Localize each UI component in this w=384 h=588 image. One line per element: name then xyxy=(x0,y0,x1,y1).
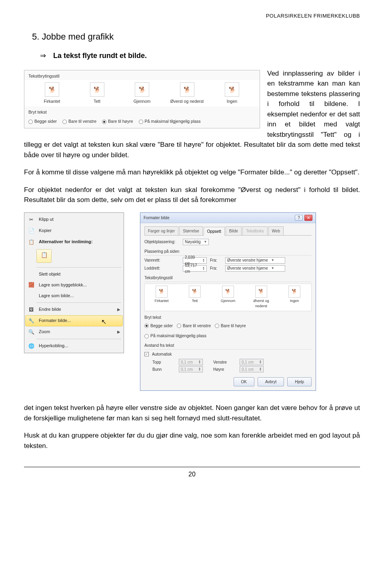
clipboard-icon: 📋 xyxy=(41,252,48,258)
ok-button[interactable]: OK xyxy=(234,377,254,386)
object-placement-row: Objektplassering: Nøyaktig▼ xyxy=(144,239,312,245)
wrap-style-item[interactable]: 🐕 Gjennom xyxy=(124,82,160,105)
horizontal-row: Vannrett: 2,039 cm▲▼ Fra: Øverste venstr… xyxy=(144,257,312,264)
help-button[interactable]: Hjelp xyxy=(287,377,312,386)
paragraph-4: det ingen tekst hverken på høyre eller v… xyxy=(24,403,360,423)
help-button[interactable]: ? xyxy=(295,215,303,221)
wrench-icon: 🔧 xyxy=(28,317,35,324)
dist-top: 0,1 cm▲▼ xyxy=(179,359,203,365)
scissors-icon: ✂ xyxy=(28,216,35,223)
menu-copy[interactable]: 📄Kopier xyxy=(25,225,123,236)
vertical-input[interactable]: 13,717 cm▲▼ xyxy=(183,265,207,272)
arrow-icon: ⇒ xyxy=(40,50,46,61)
wrap-style-item[interactable]: 🐕 Øverst og nederst xyxy=(169,82,205,105)
wrap-style-item[interactable]: 🐕 Tett xyxy=(79,82,115,105)
menu-zoom[interactable]: 🔍Zoom▶ xyxy=(25,326,123,338)
page-number: 20 xyxy=(24,467,360,479)
text-wrap-panel: Tekstbrytingsstil 🐕 Firkantet 🐕 Tett 🐕 G… xyxy=(24,70,260,129)
object-placement-combo[interactable]: Nøyaktig▼ xyxy=(183,239,209,245)
dist-left: 0,1 cm▲▼ xyxy=(240,359,264,365)
from-combo-v[interactable]: Øverste venstre hjørne▼ xyxy=(225,265,285,272)
magnifier-icon: 🔍 xyxy=(28,328,35,336)
dist-right: 0,1 cm▲▼ xyxy=(240,366,264,372)
close-button[interactable]: ✕ xyxy=(304,215,312,221)
tab-textbox: Tekstboks xyxy=(242,226,267,235)
tab-layout[interactable]: Oppsett xyxy=(204,227,225,236)
dlg-radio-both[interactable]: Begge sider xyxy=(144,323,173,329)
sub-heading: La tekst flyte rundt et bilde. xyxy=(53,50,147,61)
paragraph-5: Husk at du kan gruppere objekter før du … xyxy=(24,430,360,451)
dialog-title: Formater bilde xyxy=(144,215,169,221)
wrap-icon-square: 🐕 xyxy=(45,82,59,97)
menu-hyperlink[interactable]: 🌐Hyperkobling... xyxy=(25,340,123,352)
wrap-icon-tight: 🐕 xyxy=(90,82,104,97)
section-heading: Jobbe med grafikk xyxy=(42,32,114,42)
cursor-icon: ↖ xyxy=(101,317,106,327)
break-text-group: Bryt tekst xyxy=(144,314,312,321)
from-combo-h[interactable]: Øverste venstre hjørne▼ xyxy=(225,257,285,264)
wrap-icon-through: 🐕 xyxy=(135,82,149,97)
dlg-wrap-none[interactable]: 🐕Ingen xyxy=(282,286,307,309)
dlg-wrap-square[interactable]: 🐕Firkantet xyxy=(149,286,174,309)
figure-row: ✂Klipp ut 📄Kopier 📋Alternativer for innl… xyxy=(24,212,360,391)
section-title: 5. Jobbe med grafikk xyxy=(32,30,360,43)
menu-separator xyxy=(36,267,121,268)
menu-paste-options: 📋Alternativer for innliming: xyxy=(25,236,123,248)
paste-option-area: 📋 xyxy=(25,248,123,266)
horizontal-label: Vannrett: xyxy=(144,257,180,263)
auto-label: Automatisk xyxy=(152,351,172,357)
auto-row: ✓ Automatisk xyxy=(144,351,312,357)
dlg-radio-left[interactable]: Bare til venstre xyxy=(177,323,211,329)
dlg-radio-right[interactable]: Bare til høyre xyxy=(215,323,246,329)
wrap-label: Tett xyxy=(94,98,100,105)
chevron-right-icon: ▶ xyxy=(117,306,120,312)
from-label2: Fra: xyxy=(210,265,222,271)
dist-row-1: Topp 0,1 cm▲▼ Venstre 0,1 cm▲▼ xyxy=(144,359,312,365)
paragraph-2: For å komme til disse valgene må man høy… xyxy=(24,167,360,178)
wrap-style-item[interactable]: 🐕 Ingen xyxy=(214,82,250,105)
menu-save-as-image[interactable]: Lagre som bilde... xyxy=(25,290,123,301)
chevron-down-icon: ▼ xyxy=(204,240,207,244)
cancel-button[interactable]: Avbryt xyxy=(258,377,284,386)
paragraph-3: For objektet nedenfor er det valgt at te… xyxy=(24,185,360,205)
radio-both-sides[interactable]: Begge sider xyxy=(28,118,57,125)
radio-right-only[interactable]: Bare til høyre xyxy=(102,118,133,125)
dlg-break-options: Begge sider Bare til venstre Bare til hø… xyxy=(144,323,312,340)
paste-option-button[interactable]: 📋 xyxy=(36,249,52,263)
tab-colors[interactable]: Farger og linjer xyxy=(144,226,178,235)
dlg-wrap-tight[interactable]: 🐕Tett xyxy=(182,286,208,309)
menu-format-image[interactable]: 🔧Formater bilde... ↖ xyxy=(25,315,123,326)
menu-delete-object[interactable]: Slett objekt xyxy=(25,269,123,280)
wrap-panel-title: Tekstbrytingsstil xyxy=(24,70,260,80)
dlg-wrap-through[interactable]: 🐕Gjennom xyxy=(215,286,241,309)
radio-left-only[interactable]: Bare til venstre xyxy=(62,118,96,125)
object-placement-label: Objektplassering: xyxy=(144,239,180,245)
tab-image[interactable]: Bilde xyxy=(226,226,242,235)
tab-web[interactable]: Web xyxy=(268,226,284,235)
context-menu: ✂Klipp ut 📄Kopier 📋Alternativer for innl… xyxy=(24,212,124,353)
wrap-style-item[interactable]: 🐕 Firkantet xyxy=(34,82,70,105)
dialog-buttons: OK Avbryt Hjelp xyxy=(144,373,312,386)
menu-separator xyxy=(36,339,121,339)
wrap-label: Gjennom xyxy=(134,98,151,105)
dialog-body: Farger og linjer Størrelse Oppsett Bilde… xyxy=(140,223,316,391)
chevron-down-icon: ▼ xyxy=(271,258,274,263)
dist-row-2: Bunn 0,1 cm▲▼ Høyre 0,1 cm▲▼ xyxy=(144,366,312,372)
dlg-wrap-topbottom[interactable]: 🐕Øverst og nederst xyxy=(248,286,274,309)
wrap-style-row: 🐕 Firkantet 🐕 Tett 🐕 Gjennom 🐕 Øverst og… xyxy=(24,80,260,106)
block-icon: 🧱 xyxy=(28,281,35,288)
paste-icon: 📋 xyxy=(28,238,35,246)
auto-checkbox[interactable]: ✓ xyxy=(144,352,149,356)
image-icon: 🖼 xyxy=(28,306,35,313)
format-image-dialog: Formater bilde ? ✕ Farger og linjer Stør… xyxy=(140,212,316,391)
paragraph-with-inset: Tekstbrytingsstil 🐕 Firkantet 🐕 Tett 🐕 G… xyxy=(24,68,360,168)
break-text-options: Begge sider Bare til venstre Bare til hø… xyxy=(24,116,260,128)
dialog-titlebar: Formater bilde ? ✕ xyxy=(140,213,316,223)
radio-largest[interactable]: På maksimal tilgjengelig plass xyxy=(139,118,201,125)
menu-cut[interactable]: ✂Klipp ut xyxy=(25,214,123,225)
menu-save-building-block[interactable]: 🧱Lagre som byggeblokk... xyxy=(25,279,123,290)
chevron-down-icon: ▼ xyxy=(271,266,274,271)
menu-change-image[interactable]: 🖼Endre bilde▶ xyxy=(25,304,123,315)
tab-size[interactable]: Størrelse xyxy=(179,226,203,235)
dlg-radio-largest[interactable]: På maksimal tilgjengelig plass xyxy=(144,333,206,339)
